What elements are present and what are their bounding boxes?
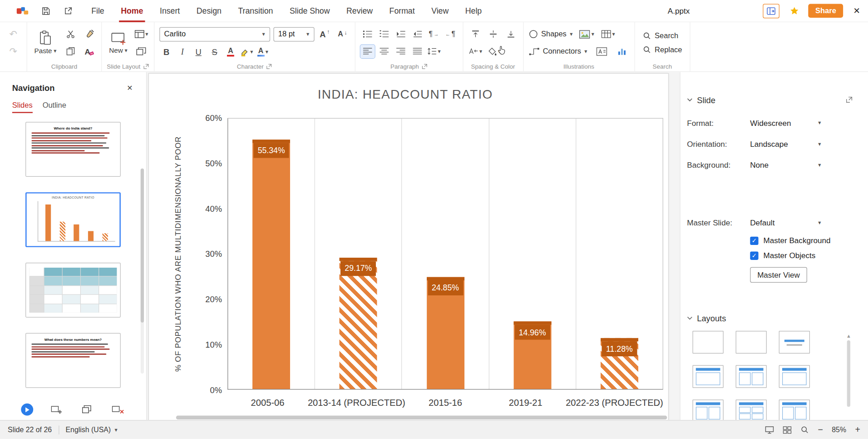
- view-layout-icon[interactable]: [783, 426, 792, 434]
- duplicate-slide-button[interactable]: [134, 45, 148, 58]
- font-color-button[interactable]: A: [223, 45, 238, 58]
- decrease-indent-button[interactable]: [410, 27, 424, 40]
- slide-canvas[interactable]: INDIA: HEADCOUNT RATIO % OF POPULATION W…: [147, 72, 680, 420]
- italic-button[interactable]: I: [175, 45, 190, 58]
- menu-review[interactable]: Review: [338, 0, 381, 22]
- clear-formatting-button[interactable]: A: [82, 45, 96, 58]
- checkbox-checked-icon[interactable]: ✓: [750, 236, 758, 244]
- zoom-magnifier-icon[interactable]: [801, 425, 809, 434]
- zoom-out-button[interactable]: −: [818, 425, 823, 434]
- menu-help[interactable]: Help: [457, 0, 490, 22]
- highlight-color-button[interactable]: ▾: [239, 45, 254, 58]
- menu-file[interactable]: File: [83, 0, 113, 22]
- connectors-button[interactable]: Connectors ▾: [528, 45, 587, 58]
- tab-slides[interactable]: Slides: [12, 101, 33, 113]
- menu-view[interactable]: View: [423, 0, 457, 22]
- layout-thumb-blank[interactable]: [692, 331, 723, 354]
- menu-home[interactable]: Home: [113, 0, 152, 22]
- menu-insert[interactable]: Insert: [152, 0, 188, 22]
- align-left-button[interactable]: [360, 45, 375, 58]
- panel-scrollbar[interactable]: ▲: [846, 334, 851, 407]
- align-right-button[interactable]: [393, 45, 408, 58]
- delete-slide-button[interactable]: [111, 403, 125, 416]
- open-new-window-icon[interactable]: [61, 4, 75, 18]
- numbered-list-button[interactable]: [377, 27, 391, 40]
- font-size-select[interactable]: 18 pt▾: [273, 27, 314, 41]
- slide-editor[interactable]: INDIA: HEADCOUNT RATIO % OF POPULATION W…: [148, 73, 669, 420]
- underline-button[interactable]: U: [191, 45, 206, 58]
- increase-font-size-button[interactable]: A↑: [317, 27, 332, 40]
- align-bottom-button[interactable]: [503, 27, 518, 40]
- close-navigation-button[interactable]: ✕: [127, 84, 133, 92]
- line-spacing-button[interactable]: ▾: [427, 45, 441, 58]
- menu-format[interactable]: Format: [381, 0, 423, 22]
- replace-button[interactable]: Replace: [642, 45, 682, 54]
- navigation-scrollbar[interactable]: [141, 169, 144, 374]
- slide-thumbnail-1[interactable]: Where do India stand?: [25, 122, 121, 177]
- layout-thumb-title-two-content[interactable]: [692, 399, 723, 420]
- close-button[interactable]: ✕: [853, 6, 860, 16]
- fit-slide-icon[interactable]: [765, 426, 774, 434]
- start-slideshow-button[interactable]: [21, 404, 33, 416]
- new-slide-button[interactable]: New▾: [107, 30, 129, 55]
- chart-bar[interactable]: 14.96%: [513, 322, 551, 389]
- scroll-up-arrow-icon[interactable]: ▲: [846, 334, 851, 339]
- slide-thumbnail-2-selected[interactable]: INDIA: HEADCOUNT RATIO: [25, 192, 121, 247]
- insert-chart-button[interactable]: [615, 45, 629, 58]
- undo-button[interactable]: ↶: [6, 27, 20, 40]
- tab-outline[interactable]: Outline: [43, 101, 66, 113]
- decrease-font-size-button[interactable]: A↓: [335, 27, 350, 40]
- layout-thumb-title-two-content[interactable]: [736, 365, 767, 388]
- layout-thumb-blank[interactable]: [736, 331, 767, 354]
- left-to-right-paragraph-button[interactable]: ¶→: [427, 27, 441, 40]
- shapes-button[interactable]: Shapes ▾: [528, 27, 572, 40]
- font-name-select[interactable]: Carlito▾: [159, 27, 270, 41]
- save-button[interactable]: [39, 4, 53, 18]
- align-middle-button[interactable]: [486, 27, 500, 40]
- checkbox-checked-icon[interactable]: ✓: [750, 251, 758, 259]
- copy-button[interactable]: [63, 45, 78, 58]
- chart-bar[interactable]: 11.28%: [601, 338, 638, 389]
- bullet-list-button[interactable]: [360, 27, 375, 40]
- dialog-launcher-icon[interactable]: [266, 64, 272, 69]
- layout-thumb-title-two-content[interactable]: [779, 399, 810, 420]
- layout-thumb-title-content[interactable]: [692, 365, 723, 388]
- menu-transition[interactable]: Transition: [230, 0, 281, 22]
- right-to-left-paragraph-button[interactable]: ←¶: [443, 27, 458, 40]
- slide-thumbnail-4[interactable]: What does these numbers mean?: [25, 333, 121, 388]
- insert-picture-button[interactable]: ▾: [579, 27, 594, 40]
- layout-thumb-centered-title[interactable]: [779, 331, 810, 354]
- align-top-button[interactable]: [468, 27, 483, 40]
- underline-color-button[interactable]: A ▾: [256, 45, 270, 58]
- strikethrough-button[interactable]: S: [207, 45, 222, 58]
- redo-button[interactable]: ↷: [6, 45, 20, 58]
- insert-table-button[interactable]: ▾: [601, 27, 616, 40]
- share-button[interactable]: Share: [808, 4, 843, 18]
- chevron-down-icon[interactable]: [687, 316, 692, 320]
- chevron-down-icon[interactable]: [687, 98, 692, 102]
- cut-button[interactable]: [63, 27, 78, 40]
- justify-button[interactable]: [410, 45, 424, 58]
- fill-color-button[interactable]: ▾: [487, 45, 502, 58]
- menu-slide-show[interactable]: Slide Show: [281, 0, 338, 22]
- horizontal-scrollbar[interactable]: [176, 416, 667, 420]
- format-select[interactable]: Widescreen▾: [750, 119, 821, 128]
- chart-bar[interactable]: 24.85%: [427, 277, 464, 389]
- search-button[interactable]: Search: [642, 32, 682, 40]
- master-background-checkbox[interactable]: ✓ Master Background: [750, 236, 868, 245]
- dialog-launcher-icon[interactable]: [143, 64, 148, 69]
- slide-thumbnail-3[interactable]: [25, 263, 121, 318]
- chart-bar[interactable]: 55.34%: [252, 140, 290, 389]
- dialog-launcher-icon[interactable]: [422, 64, 427, 69]
- layout-thumb-title-content[interactable]: [779, 365, 810, 388]
- language-select[interactable]: English (USA) ▾: [66, 425, 118, 434]
- insert-text-box-button[interactable]: [594, 45, 608, 58]
- increase-indent-button[interactable]: [393, 27, 408, 40]
- align-center-button[interactable]: [377, 45, 391, 58]
- favorites-star-icon[interactable]: [787, 4, 802, 18]
- menu-design[interactable]: Design: [188, 0, 230, 22]
- master-objects-checkbox[interactable]: ✓ Master Objects: [750, 251, 868, 260]
- character-spacing-button[interactable]: ▾: [468, 45, 483, 58]
- orientation-select[interactable]: Landscape▾: [750, 140, 821, 149]
- zoom-in-button[interactable]: +: [855, 425, 860, 434]
